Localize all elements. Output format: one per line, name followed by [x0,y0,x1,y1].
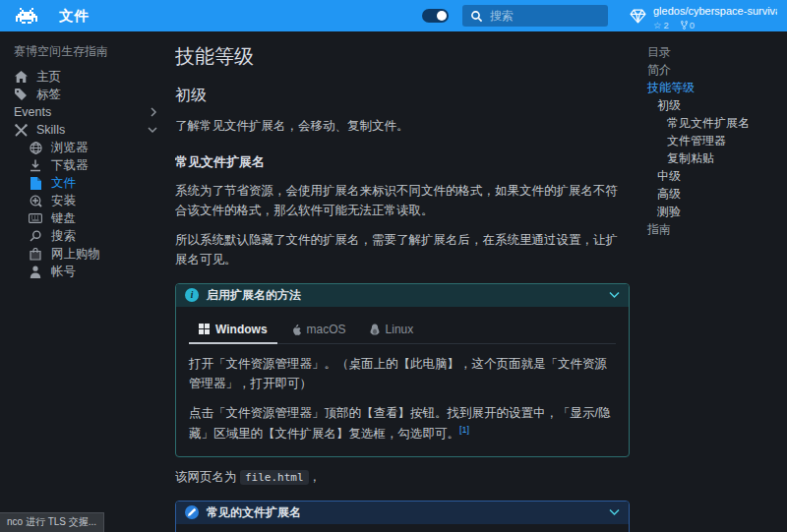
keyboard-icon [29,213,42,223]
inline-code-filename: file.html [240,470,309,485]
sidebar-item-shopping[interactable]: 网上购物 [0,245,167,263]
page-app-title: 文件 [59,7,90,26]
fork-count: 0 [690,20,695,30]
main-content: 技能等级 初级 了解常见文件扩展名，会移动、复制文件。 常见文件扩展名 系统为了… [175,31,630,532]
collapse-chevron-icon [609,508,620,516]
tab-linux[interactable]: Linux [360,317,424,343]
file-icon [29,177,42,190]
browser-status-tooltip: nco 进行 TLS 交握... [0,512,104,532]
star-icon: ☆ [653,20,662,30]
callout-enable-extensions: i 启用扩展名的方法 Windows macOS [175,283,630,457]
toc-item-common-extensions[interactable]: 常见文件扩展名 [647,114,787,132]
toc-item-advanced[interactable]: 高级 [647,185,787,203]
paragraph-system-formats: 系统为了节省资源，会使用扩展名来标识不同文件的格式，如果文件的扩展名不符合该文件… [175,182,630,221]
search-icon [470,10,483,23]
sidebar-item-tags[interactable]: 标签 [0,86,167,103]
sidebar-item-skills[interactable]: Skills [0,121,167,139]
repo-meta: ☆ 2 0 [653,20,777,30]
sidebar-item-browser[interactable]: 浏览器 [0,139,167,156]
subsection-heading-extensions: 常见文件扩展名 [175,153,630,171]
shopping-bag-icon [29,248,42,261]
sidebar-item-files[interactable]: 文件 [0,174,167,192]
callout-paragraph-open-explorer: 打开「文件资源管理器」。（桌面上的【此电脑】，这个页面就是「文件资源管理器」，打… [189,354,616,393]
sidebar-item-account[interactable]: 帐号 [0,263,167,280]
chevron-right-icon [150,107,157,117]
toc-header: 目录 [647,43,787,61]
tools-icon [14,124,28,137]
toc-item-guide[interactable]: 指南 [647,220,787,238]
sidebar-item-search[interactable]: 搜索 [0,227,167,245]
toc-item-file-manager[interactable]: 文件管理器 [647,132,787,149]
sidebar-item-install[interactable]: 安装 [0,192,167,209]
info-icon: i [185,288,199,302]
toc-item-beginner[interactable]: 初级 [647,96,787,114]
left-sidebar: 赛博空间生存指南 主页 标签 Events Skills 浏览器 [0,31,167,532]
intro-paragraph: 了解常见文件扩展名，会移动、复制文件。 [175,117,630,137]
callout-common-extensions-header[interactable]: 常见的文件扩展名 [176,502,629,524]
globe-icon [29,142,42,154]
user-icon [29,266,42,278]
section-heading-beginner: 初级 [175,86,630,106]
tag-icon [14,89,28,100]
site-title: 赛博空间生存指南 [0,41,167,68]
collapse-chevron-icon [609,291,620,299]
repo-link[interactable]: gledos/cyberspace-survival... ☆ 2 0 [630,1,777,30]
toc-item-intro[interactable]: 简介 [647,61,787,79]
space-invader-logo-icon[interactable] [16,8,37,24]
tab-macos[interactable]: macOS [281,317,356,343]
fork-icon [681,21,688,30]
toc-item-intermediate[interactable]: 中级 [647,167,787,185]
search-input[interactable] [490,9,588,23]
theme-toggle[interactable] [422,9,449,23]
package-icon [29,195,42,207]
tab-windows[interactable]: Windows [189,317,277,343]
footnote-link[interactable]: [1] [459,425,469,435]
repo-name: gledos/cyberspace-survival... [653,5,777,17]
apple-icon [291,324,301,335]
star-count: 2 [664,20,669,30]
magnifier-icon [29,230,42,242]
table-of-contents: 目录 简介 技能等级 初级 常见文件扩展名 文件管理器 复制粘贴 中级 高级 测… [647,43,787,238]
toc-item-copy-paste[interactable]: 复制粘贴 [647,149,787,167]
page-title: 技能等级 [175,43,630,70]
top-navbar: 文件 gledos/cyberspace-survival... ☆ 2 [0,0,787,31]
linux-penguin-icon [370,324,380,335]
download-icon [29,159,42,172]
callout-common-extensions: 常见的文件扩展名 类型 扩展名 容器格式或编码的全称 文档 .txt [175,501,630,532]
chevron-down-icon [148,126,157,134]
gem-icon [630,9,646,24]
sidebar-item-downloader[interactable]: 下载器 [0,156,167,174]
windows-icon [199,324,210,334]
search-box[interactable] [462,5,608,27]
toc-item-skill-levels[interactable]: 技能等级 [647,79,787,96]
pencil-icon [185,505,199,519]
sidebar-item-home[interactable]: 主页 [0,68,167,86]
toc-item-quiz[interactable]: 测验 [647,203,787,220]
paragraph-hidden-extensions: 所以系统默认隐藏了文件的扩展名，需要了解扩展名后，在系统里通过设置，让扩展名可见… [175,231,630,270]
paragraph-filename: 该网页名为 file.html， [175,468,630,488]
sidebar-item-keyboard[interactable]: 键盘 [0,209,167,227]
sidebar-item-events[interactable]: Events [0,103,167,121]
os-tabs: Windows macOS Linux [189,317,616,344]
callout-paragraph-view-button: 点击「文件资源管理器」顶部的【查看】按钮。找到展开的设置中，「显示/隐藏」区域里… [189,403,616,443]
callout-enable-extensions-header[interactable]: i 启用扩展名的方法 [176,284,629,307]
home-icon [14,71,28,83]
